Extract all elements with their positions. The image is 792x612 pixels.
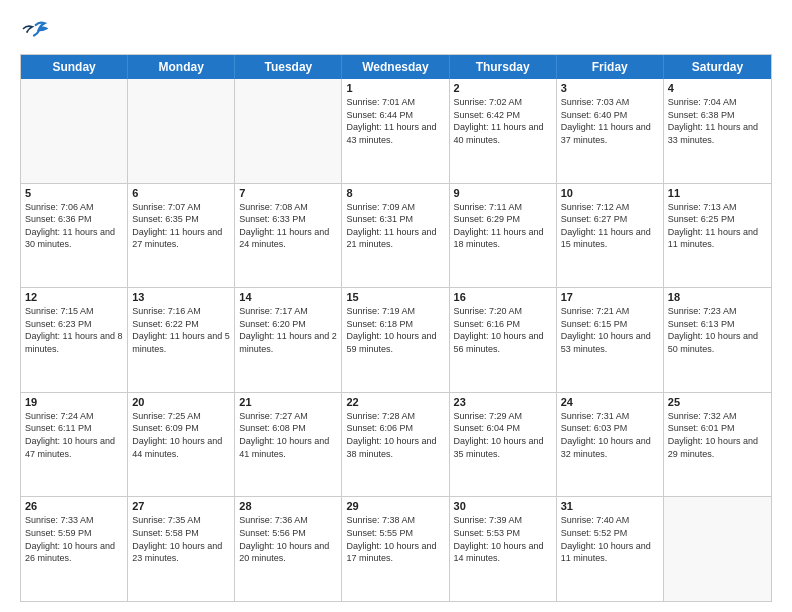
day-number: 24 [561, 396, 659, 408]
day-number: 30 [454, 500, 552, 512]
day-info: Sunrise: 7:04 AM Sunset: 6:38 PM Dayligh… [668, 96, 767, 146]
calendar-day-29: 29Sunrise: 7:38 AM Sunset: 5:55 PM Dayli… [342, 497, 449, 601]
day-info: Sunrise: 7:36 AM Sunset: 5:56 PM Dayligh… [239, 514, 337, 564]
calendar-day-9: 9Sunrise: 7:11 AM Sunset: 6:29 PM Daylig… [450, 184, 557, 288]
day-number: 13 [132, 291, 230, 303]
day-number: 5 [25, 187, 123, 199]
day-info: Sunrise: 7:11 AM Sunset: 6:29 PM Dayligh… [454, 201, 552, 251]
day-info: Sunrise: 7:15 AM Sunset: 6:23 PM Dayligh… [25, 305, 123, 355]
calendar-day-13: 13Sunrise: 7:16 AM Sunset: 6:22 PM Dayli… [128, 288, 235, 392]
day-of-week-tuesday: Tuesday [235, 55, 342, 79]
logo [20, 18, 52, 46]
day-info: Sunrise: 7:16 AM Sunset: 6:22 PM Dayligh… [132, 305, 230, 355]
calendar-week-1: 1Sunrise: 7:01 AM Sunset: 6:44 PM Daylig… [21, 79, 771, 183]
calendar-week-4: 19Sunrise: 7:24 AM Sunset: 6:11 PM Dayli… [21, 392, 771, 497]
logo-icon [20, 18, 48, 46]
calendar-day-18: 18Sunrise: 7:23 AM Sunset: 6:13 PM Dayli… [664, 288, 771, 392]
day-info: Sunrise: 7:07 AM Sunset: 6:35 PM Dayligh… [132, 201, 230, 251]
day-number: 1 [346, 82, 444, 94]
day-of-week-thursday: Thursday [450, 55, 557, 79]
day-number: 2 [454, 82, 552, 94]
calendar-body: 1Sunrise: 7:01 AM Sunset: 6:44 PM Daylig… [21, 79, 771, 601]
day-info: Sunrise: 7:29 AM Sunset: 6:04 PM Dayligh… [454, 410, 552, 460]
calendar-day-2: 2Sunrise: 7:02 AM Sunset: 6:42 PM Daylig… [450, 79, 557, 183]
calendar-day-17: 17Sunrise: 7:21 AM Sunset: 6:15 PM Dayli… [557, 288, 664, 392]
calendar-day-22: 22Sunrise: 7:28 AM Sunset: 6:06 PM Dayli… [342, 393, 449, 497]
calendar-day-16: 16Sunrise: 7:20 AM Sunset: 6:16 PM Dayli… [450, 288, 557, 392]
day-info: Sunrise: 7:35 AM Sunset: 5:58 PM Dayligh… [132, 514, 230, 564]
day-number: 27 [132, 500, 230, 512]
day-number: 16 [454, 291, 552, 303]
calendar-day-20: 20Sunrise: 7:25 AM Sunset: 6:09 PM Dayli… [128, 393, 235, 497]
day-of-week-wednesday: Wednesday [342, 55, 449, 79]
day-number: 23 [454, 396, 552, 408]
calendar-week-3: 12Sunrise: 7:15 AM Sunset: 6:23 PM Dayli… [21, 287, 771, 392]
day-number: 3 [561, 82, 659, 94]
calendar-day-25: 25Sunrise: 7:32 AM Sunset: 6:01 PM Dayli… [664, 393, 771, 497]
calendar-header: SundayMondayTuesdayWednesdayThursdayFrid… [21, 55, 771, 79]
day-number: 29 [346, 500, 444, 512]
day-info: Sunrise: 7:28 AM Sunset: 6:06 PM Dayligh… [346, 410, 444, 460]
day-number: 10 [561, 187, 659, 199]
day-number: 12 [25, 291, 123, 303]
day-info: Sunrise: 7:25 AM Sunset: 6:09 PM Dayligh… [132, 410, 230, 460]
day-info: Sunrise: 7:02 AM Sunset: 6:42 PM Dayligh… [454, 96, 552, 146]
day-of-week-sunday: Sunday [21, 55, 128, 79]
day-info: Sunrise: 7:13 AM Sunset: 6:25 PM Dayligh… [668, 201, 767, 251]
calendar-day-19: 19Sunrise: 7:24 AM Sunset: 6:11 PM Dayli… [21, 393, 128, 497]
day-of-week-saturday: Saturday [664, 55, 771, 79]
page: SundayMondayTuesdayWednesdayThursdayFrid… [0, 0, 792, 612]
day-number: 17 [561, 291, 659, 303]
calendar-day-1: 1Sunrise: 7:01 AM Sunset: 6:44 PM Daylig… [342, 79, 449, 183]
calendar-day-8: 8Sunrise: 7:09 AM Sunset: 6:31 PM Daylig… [342, 184, 449, 288]
day-info: Sunrise: 7:24 AM Sunset: 6:11 PM Dayligh… [25, 410, 123, 460]
day-info: Sunrise: 7:39 AM Sunset: 5:53 PM Dayligh… [454, 514, 552, 564]
calendar-day-11: 11Sunrise: 7:13 AM Sunset: 6:25 PM Dayli… [664, 184, 771, 288]
day-info: Sunrise: 7:33 AM Sunset: 5:59 PM Dayligh… [25, 514, 123, 564]
day-info: Sunrise: 7:17 AM Sunset: 6:20 PM Dayligh… [239, 305, 337, 355]
day-number: 21 [239, 396, 337, 408]
calendar-day-27: 27Sunrise: 7:35 AM Sunset: 5:58 PM Dayli… [128, 497, 235, 601]
day-info: Sunrise: 7:32 AM Sunset: 6:01 PM Dayligh… [668, 410, 767, 460]
day-number: 6 [132, 187, 230, 199]
day-number: 28 [239, 500, 337, 512]
day-number: 7 [239, 187, 337, 199]
day-info: Sunrise: 7:27 AM Sunset: 6:08 PM Dayligh… [239, 410, 337, 460]
day-number: 25 [668, 396, 767, 408]
day-number: 22 [346, 396, 444, 408]
day-number: 20 [132, 396, 230, 408]
calendar-day-empty [235, 79, 342, 183]
calendar-day-24: 24Sunrise: 7:31 AM Sunset: 6:03 PM Dayli… [557, 393, 664, 497]
day-number: 11 [668, 187, 767, 199]
calendar-day-12: 12Sunrise: 7:15 AM Sunset: 6:23 PM Dayli… [21, 288, 128, 392]
calendar-day-6: 6Sunrise: 7:07 AM Sunset: 6:35 PM Daylig… [128, 184, 235, 288]
day-info: Sunrise: 7:38 AM Sunset: 5:55 PM Dayligh… [346, 514, 444, 564]
day-number: 19 [25, 396, 123, 408]
calendar-day-14: 14Sunrise: 7:17 AM Sunset: 6:20 PM Dayli… [235, 288, 342, 392]
day-info: Sunrise: 7:23 AM Sunset: 6:13 PM Dayligh… [668, 305, 767, 355]
calendar: SundayMondayTuesdayWednesdayThursdayFrid… [20, 54, 772, 602]
calendar-day-empty [664, 497, 771, 601]
calendar-day-3: 3Sunrise: 7:03 AM Sunset: 6:40 PM Daylig… [557, 79, 664, 183]
header [20, 18, 772, 46]
day-info: Sunrise: 7:31 AM Sunset: 6:03 PM Dayligh… [561, 410, 659, 460]
calendar-day-21: 21Sunrise: 7:27 AM Sunset: 6:08 PM Dayli… [235, 393, 342, 497]
day-number: 9 [454, 187, 552, 199]
day-number: 15 [346, 291, 444, 303]
calendar-day-4: 4Sunrise: 7:04 AM Sunset: 6:38 PM Daylig… [664, 79, 771, 183]
calendar-day-28: 28Sunrise: 7:36 AM Sunset: 5:56 PM Dayli… [235, 497, 342, 601]
calendar-day-5: 5Sunrise: 7:06 AM Sunset: 6:36 PM Daylig… [21, 184, 128, 288]
day-info: Sunrise: 7:19 AM Sunset: 6:18 PM Dayligh… [346, 305, 444, 355]
day-info: Sunrise: 7:03 AM Sunset: 6:40 PM Dayligh… [561, 96, 659, 146]
calendar-day-15: 15Sunrise: 7:19 AM Sunset: 6:18 PM Dayli… [342, 288, 449, 392]
calendar-day-26: 26Sunrise: 7:33 AM Sunset: 5:59 PM Dayli… [21, 497, 128, 601]
calendar-week-5: 26Sunrise: 7:33 AM Sunset: 5:59 PM Dayli… [21, 496, 771, 601]
calendar-day-7: 7Sunrise: 7:08 AM Sunset: 6:33 PM Daylig… [235, 184, 342, 288]
day-of-week-monday: Monday [128, 55, 235, 79]
calendar-day-23: 23Sunrise: 7:29 AM Sunset: 6:04 PM Dayli… [450, 393, 557, 497]
calendar-day-10: 10Sunrise: 7:12 AM Sunset: 6:27 PM Dayli… [557, 184, 664, 288]
day-info: Sunrise: 7:09 AM Sunset: 6:31 PM Dayligh… [346, 201, 444, 251]
day-number: 31 [561, 500, 659, 512]
day-info: Sunrise: 7:12 AM Sunset: 6:27 PM Dayligh… [561, 201, 659, 251]
day-number: 14 [239, 291, 337, 303]
